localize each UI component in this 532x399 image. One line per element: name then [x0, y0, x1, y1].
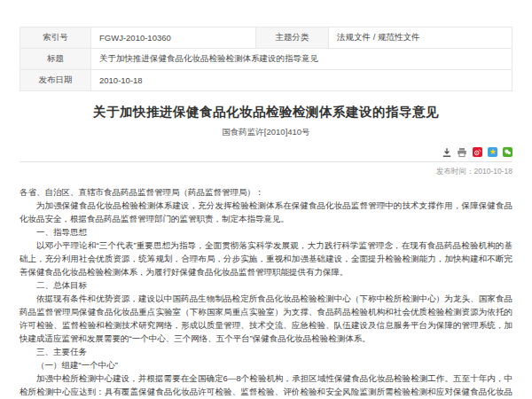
meta-category-value: 法规文件 / 规范性文件 [329, 27, 512, 49]
weibo-share-icon[interactable] [473, 147, 482, 157]
body-paragraph: 为加强保健食品化妆品检验检测体系建设，充分发挥检验检测体系在保健食品化妆品监督管… [20, 199, 512, 225]
document-meta-table: 索引号 FGWJ-2010-10360 主题分类 法规文件 / 规范性文件 标题… [20, 27, 512, 91]
publish-time: 发布时间：2010-10-18 [20, 167, 512, 177]
meta-row-title: 标题 关于加快推进保健食品化妆品检验检测体系建设的指导意见 [20, 49, 512, 70]
publish-time-label: 发布时间： [436, 167, 474, 176]
publish-time-value: 2010-10-18 [474, 167, 512, 176]
body-paragraph: 二、总体目标 [20, 278, 512, 292]
body-paragraph: 三、主要任务 [20, 345, 512, 358]
page-title: 关于加快推进保健食品化妆品检验检测体系建设的指导意见 [20, 104, 512, 121]
download-icon[interactable] [442, 147, 452, 158]
meta-date-label: 发布日期 [20, 70, 91, 91]
wechat-share-icon[interactable] [503, 147, 512, 157]
meta-row-date: 发布日期 2010-10-18 [20, 70, 512, 91]
qzone-share-icon[interactable]: ★ [488, 147, 497, 157]
body-paragraph: 依据现有条件和优势资源，建设以中国药品生物制品检定所食品化妆品检验检测中心（下称… [20, 292, 512, 345]
body-paragraph: （一）组建“一个中心” [20, 358, 512, 372]
meta-row-index-category: 索引号 FGWJ-2010-10360 主题分类 法规文件 / 规范性文件 [20, 27, 512, 49]
body-paragraph: 各省、自治区、直辖市食品药品监督管理局（药品监督管理局）： [20, 185, 512, 199]
toolbar: ★ [20, 146, 512, 158]
meta-category-label: 主题分类 [256, 27, 329, 49]
meta-index-label: 索引号 [20, 27, 91, 49]
meta-date-value: 2010-10-18 [91, 70, 512, 91]
meta-title-value: 关于加快推进保健食品化妆品检验检测体系建设的指导意见 [91, 49, 512, 70]
doc-number: 国食药监许[2010]410号 [20, 127, 512, 138]
body-paragraph: 一、指导思想 [20, 225, 512, 239]
meta-title-label: 标题 [20, 49, 91, 70]
body-paragraph: 以邓小平理论和“三个代表”重要思想为指导，全面贯彻落实科学发展观，大力践行科学监… [20, 239, 512, 278]
document-body: 各省、自治区、直辖市食品药品监督管理局（药品监督管理局）：为加强保健食品化妆品检… [20, 185, 512, 399]
divider [20, 161, 512, 162]
body-paragraph: 加强中检所检测中心建设，并根据需要在全国确定6—8个检验机构，承担区域性保健食品… [20, 372, 512, 399]
document-page: 索引号 FGWJ-2010-10360 主题分类 法规文件 / 规范性文件 标题… [0, 0, 532, 399]
print-icon[interactable] [457, 147, 467, 158]
meta-index-value: FGWJ-2010-10360 [91, 27, 256, 49]
